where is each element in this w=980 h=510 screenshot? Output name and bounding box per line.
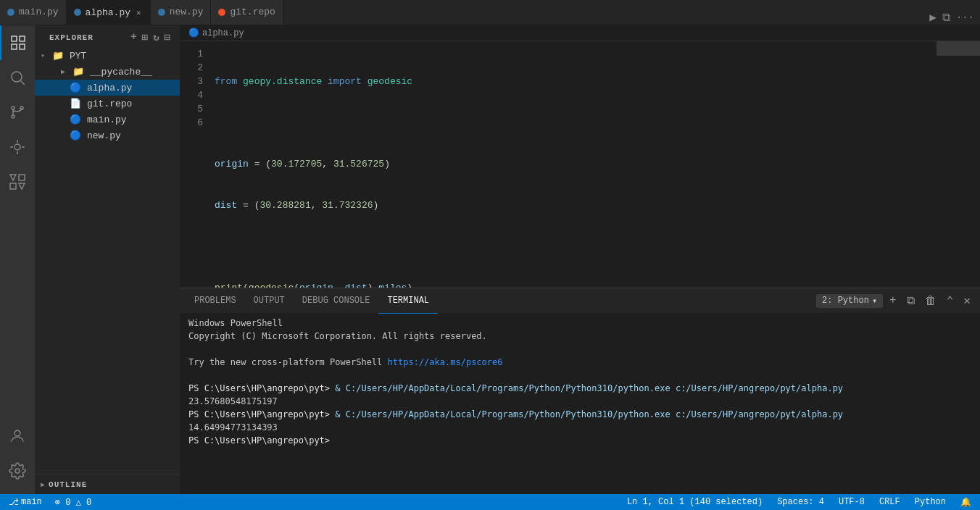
terminal-line-output1: 23.57680548175197: [188, 395, 971, 408]
editor-area: 🔵 alpha.py 1 2 3 4 5 6 from geopy.distan…: [180, 25, 980, 494]
breadcrumb-text: alpha.py: [202, 28, 244, 38]
sidebar-item-new-py[interactable]: 🔵 new.py: [35, 128, 180, 143]
code-editor[interactable]: 1 2 3 4 5 6 from geopy.distance import g…: [180, 41, 980, 288]
tab-label-alpha-py: alpha.py: [86, 7, 130, 18]
app-container: main.py alpha.py ✕ new.py git.repo ▶ ⧉ ·…: [0, 0, 980, 510]
terminal-tab-problems[interactable]: PROBLEMS: [186, 288, 245, 314]
sidebar-item-pyt[interactable]: ▾ 📁 PYT: [35, 48, 180, 64]
code-content[interactable]: from geopy.distance import geodesic orig…: [209, 41, 937, 288]
terminal-line-header: Windows PowerShell: [188, 317, 971, 330]
new-folder-icon[interactable]: ⊞: [142, 31, 149, 43]
terminal-line-prompt: PS C:\Users\HP\angrepo\pyt>: [188, 434, 971, 447]
activity-icon-account[interactable]: [0, 419, 35, 453]
status-errors-label: ⊗ 0 △ 0: [55, 497, 91, 508]
terminal-content[interactable]: Windows PowerShell Copyright (C) Microso…: [180, 314, 980, 494]
tab-new-py[interactable]: new.py: [151, 0, 212, 25]
terminal-trash-icon[interactable]: 🗑: [921, 293, 940, 309]
terminal-tab-output[interactable]: OUTPUT: [245, 288, 294, 314]
sidebar-tree: ▾ 📁 PYT ▶ 📁 __pycache__ 🔵 alpha.py �: [35, 46, 180, 474]
folder-label: PYT: [70, 51, 86, 62]
sidebar: EXPLORER + ⊞ ↻ ⊟ ▾ 📁 PYT ▶ 📁: [35, 25, 180, 494]
sidebar-title: EXPLORER: [49, 33, 94, 42]
terminal-dropdown-arrow-icon: ▾: [872, 296, 877, 306]
activity-icon-extensions[interactable]: [0, 164, 35, 199]
main-py-label: main.py: [87, 114, 127, 125]
status-notifications[interactable]: 🔔: [958, 494, 974, 510]
sidebar-item-pycache[interactable]: ▶ 📁 __pycache__: [35, 64, 180, 80]
tab-close-alpha-py[interactable]: ✕: [135, 7, 143, 18]
sidebar-item-main-py[interactable]: 🔵 main.py: [35, 112, 180, 128]
svg-line-5: [21, 81, 25, 85]
svg-rect-10: [10, 183, 16, 189]
sidebar-item-alpha-py[interactable]: 🔵 alpha.py: [35, 80, 180, 96]
terminal-line-pscore: Try the new cross-platform PowerShell ht…: [188, 356, 971, 369]
activity-icon-settings[interactable]: [0, 453, 35, 488]
alpha-py-file-icon: 🔵: [70, 82, 81, 93]
terminal-line-cmd2: PS C:\Users\HP\angrepo\pyt> & C:/Users/H…: [188, 408, 971, 421]
alpha-py-label: alpha.py: [87, 83, 132, 93]
split-editor-icon[interactable]: ⧉: [942, 11, 950, 25]
sidebar-header-icons: + ⊞ ↻ ⊟: [130, 31, 171, 43]
terminal-tab-problems-label: PROBLEMS: [194, 296, 236, 306]
svg-point-6: [12, 106, 14, 109]
collapse-icon[interactable]: ⊟: [165, 31, 171, 43]
folder-arrow-icon: ▾: [41, 51, 49, 60]
pycache-folder-icon: 📁: [72, 66, 84, 78]
svg-rect-3: [20, 44, 25, 49]
run-icon[interactable]: ▶: [929, 10, 937, 25]
main-row: EXPLORER + ⊞ ↻ ⊟ ▾ 📁 PYT ▶ 📁: [0, 25, 980, 494]
activity-icon-debug[interactable]: [0, 130, 35, 164]
bell-icon: 🔔: [960, 497, 971, 508]
status-spaces[interactable]: Spaces: 4: [774, 494, 827, 510]
status-line-ending[interactable]: CRLF: [876, 494, 903, 510]
svg-rect-1: [20, 36, 25, 41]
line-numbers: 1 2 3 4 5 6: [180, 41, 209, 288]
tab-label-main-py: main.py: [19, 7, 59, 17]
tab-alpha-py[interactable]: alpha.py ✕: [67, 0, 151, 25]
terminal-line-copyright: Copyright (C) Microsoft Corporation. All…: [188, 330, 971, 343]
activity-icon-source-control[interactable]: [0, 95, 35, 130]
svg-rect-11: [19, 175, 25, 180]
git-repo-file-icon: 📄: [70, 98, 81, 109]
refresh-icon[interactable]: ↻: [153, 31, 159, 43]
activity-icon-search[interactable]: [0, 60, 35, 95]
folder-icon: 📁: [52, 50, 64, 62]
git-repo-label: git.repo: [87, 99, 132, 109]
breadcrumb-file-icon: 🔵: [188, 28, 199, 38]
terminal-add-icon[interactable]: +: [886, 293, 900, 309]
status-spaces-label: Spaces: 4: [777, 497, 824, 507]
status-language-label: Python: [915, 497, 946, 507]
status-position[interactable]: Ln 1, Col 1 (140 selected): [624, 494, 765, 510]
terminal-dropdown-label: 2: Python: [822, 296, 869, 306]
status-language[interactable]: Python: [912, 494, 949, 510]
terminal-close-icon[interactable]: ✕: [960, 292, 974, 309]
terminal-tab-terminal[interactable]: TERMINAL: [378, 288, 438, 314]
svg-rect-0: [12, 36, 17, 41]
sidebar-item-git-repo[interactable]: 📄 git.repo: [35, 96, 180, 112]
tab-git-repo[interactable]: git.repo: [211, 0, 283, 25]
status-errors[interactable]: ⊗ 0 △ 0: [52, 494, 94, 510]
terminal-chevron-up-icon[interactable]: ⌃: [943, 292, 958, 309]
terminal-tab-output-label: OUTPUT: [254, 296, 285, 306]
outline-label: OUTLINE: [49, 480, 87, 489]
terminal-dropdown[interactable]: 2: Python ▾: [816, 294, 883, 308]
terminal-line-output2: 14.64994773134393: [188, 421, 971, 434]
status-right: Ln 1, Col 1 (140 selected) Spaces: 4 UTF…: [624, 494, 974, 510]
outline-section[interactable]: ▶ OUTLINE: [35, 474, 180, 494]
tab-main-py[interactable]: main.py: [0, 0, 67, 25]
terminal-split-icon[interactable]: ⧉: [903, 293, 918, 309]
status-branch[interactable]: ⎇ main: [6, 494, 45, 510]
activity-icon-explorer[interactable]: [0, 25, 35, 60]
terminal-line-blank1: [188, 343, 971, 356]
minimap: [937, 41, 980, 288]
status-left: ⎇ main ⊗ 0 △ 0: [6, 494, 94, 510]
svg-point-4: [12, 72, 22, 82]
more-actions-icon[interactable]: ···: [956, 12, 974, 23]
new-file-icon[interactable]: +: [130, 31, 137, 43]
status-encoding[interactable]: UTF-8: [836, 494, 868, 510]
terminal-tab-debug-console[interactable]: DEBUG CONSOLE: [294, 288, 379, 314]
breadcrumb: 🔵 alpha.py: [180, 25, 980, 41]
sidebar-header: EXPLORER + ⊞ ↻ ⊟: [35, 25, 180, 46]
folder-collapsed-arrow-icon: ▶: [61, 67, 70, 76]
tab-icon-git-repo: [218, 9, 225, 16]
